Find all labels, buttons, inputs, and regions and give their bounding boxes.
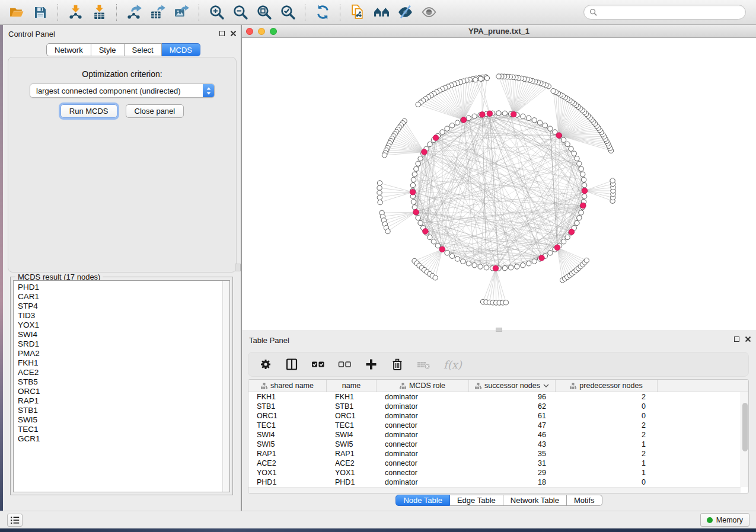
table-row[interactable]: SWI4 SWI4 dominator 46 2 [248,430,748,440]
column-header-successor-nodes[interactable]: successor nodes [469,380,556,392]
zoom-out-button[interactable] [228,2,252,23]
cell-shared-name[interactable]: YOX1 [248,468,327,477]
table-row[interactable]: PHD1 PHD1 dominator 18 0 [248,477,748,487]
first-neighbors-button[interactable] [369,2,393,23]
cell-predecessor-nodes[interactable]: 1 [556,440,658,449]
cell-successor-nodes[interactable]: 31 [469,459,556,468]
table-row[interactable]: ACE2 ACE2 connector 31 1 [248,459,748,468]
cell-shared-name[interactable]: STB1 [248,402,327,411]
deselect-all-columns-icon[interactable] [338,358,352,371]
cell-shared-name[interactable]: ORC1 [248,411,327,421]
table-row[interactable]: RAP1 RAP1 dominator 35 2 [248,449,748,459]
show-columns-icon[interactable] [285,358,298,371]
table-horizontal-scrollbar[interactable] [248,487,741,493]
cell-predecessor-nodes[interactable]: 2 [556,421,658,430]
import-table-button[interactable] [87,2,111,23]
mcds-result-item[interactable]: ACE2 [18,368,225,377]
mcds-result-item[interactable]: SWI5 [18,415,225,425]
tab-network[interactable]: Network [46,43,91,56]
mcds-result-item[interactable]: STP4 [18,302,225,311]
mcds-result-item[interactable]: STB1 [18,406,225,415]
mcds-result-item[interactable]: FKH1 [18,358,225,368]
cell-predecessor-nodes[interactable]: 0 [556,402,658,411]
cell-successor-nodes[interactable]: 35 [469,449,556,459]
cell-predecessor-nodes[interactable]: 1 [556,468,658,477]
cell-successor-nodes[interactable]: 43 [469,440,556,449]
cell-mcds-role[interactable]: connector [377,468,469,477]
tab-network-table[interactable]: Network Table [503,495,567,506]
float-table-panel-icon[interactable] [734,336,739,342]
cell-predecessor-nodes[interactable]: 0 [556,477,658,487]
mcds-result-item[interactable]: PMA2 [18,349,225,358]
network-window-titlebar[interactable]: YPA_prune.txt_1 [242,25,756,38]
cell-name[interactable]: TEC1 [327,421,377,430]
tab-mcds[interactable]: MCDS [162,43,200,56]
mcds-result-item[interactable]: SRD1 [18,339,225,349]
close-panel-icon[interactable] [230,30,237,37]
column-header-predecessor-nodes[interactable]: predecessor nodes [556,380,658,392]
mcds-result-item[interactable]: CAR1 [18,292,225,302]
clone-network-button[interactable] [346,2,369,23]
export-table-button[interactable] [146,2,170,23]
cell-mcds-role[interactable]: dominator [377,411,469,421]
column-header-mcds-role[interactable]: MCDS role [377,380,469,392]
cell-shared-name[interactable]: TEC1 [248,421,327,430]
vertical-splitter-handle[interactable] [235,264,241,271]
mcds-result-item[interactable]: GCR1 [18,434,225,444]
tab-motifs[interactable]: Motifs [567,495,602,506]
mcds-result-item[interactable]: SWI4 [18,330,225,339]
zoom-selected-button[interactable] [276,2,299,23]
optimization-criterion-select[interactable]: largest connected component (undirected) [30,84,215,98]
export-network-button[interactable] [122,2,146,23]
cell-shared-name[interactable]: SWI4 [248,430,327,440]
task-history-button[interactable] [7,514,23,527]
cell-mcds-role[interactable]: connector [377,421,469,430]
cell-predecessor-nodes[interactable]: 2 [556,449,658,459]
search-input[interactable] [600,8,740,17]
cell-predecessor-nodes[interactable]: 2 [556,430,658,440]
cell-successor-nodes[interactable]: 29 [469,468,556,477]
mcds-result-item[interactable]: RAP1 [18,396,225,406]
delete-trash-icon[interactable] [391,358,404,371]
mcds-result-item[interactable]: TID3 [18,311,225,321]
tab-select[interactable]: Select [125,43,162,56]
table-row[interactable]: SWI5 SWI5 connector 43 1 [248,440,748,449]
save-session-button[interactable] [28,2,52,23]
close-table-panel-icon[interactable] [745,336,751,342]
tab-edge-table[interactable]: Edge Table [450,495,503,506]
float-panel-icon[interactable] [219,31,225,36]
select-all-columns-icon[interactable] [311,358,325,371]
mcds-result-item[interactable]: YOX1 [18,321,225,330]
cell-name[interactable]: SWI5 [327,440,377,449]
table-vertical-scrollbar[interactable] [741,392,748,487]
run-mcds-button[interactable]: Run MCDS [60,104,117,118]
table-scrollbar-thumb[interactable] [742,403,748,451]
cell-predecessor-nodes[interactable]: 1 [556,459,658,468]
cell-successor-nodes[interactable]: 96 [469,392,556,402]
cell-shared-name[interactable]: FKH1 [248,392,327,402]
network-canvas[interactable] [242,38,756,330]
tab-style[interactable]: Style [91,43,125,56]
mcds-list-scrollbar[interactable] [222,281,229,492]
cell-predecessor-nodes[interactable]: 2 [556,392,658,402]
open-session-button[interactable] [5,2,28,23]
cell-mcds-role[interactable]: dominator [377,449,469,459]
zoom-in-button[interactable] [205,2,228,23]
show-all-button[interactable] [417,2,441,23]
network-graph[interactable] [242,38,756,330]
table-row[interactable]: FKH1 FKH1 dominator 96 2 [248,392,748,402]
import-network-button[interactable] [63,2,87,23]
cell-mcds-role[interactable]: dominator [377,477,469,487]
cell-shared-name[interactable]: SWI5 [248,440,327,449]
add-column-plus-icon[interactable] [365,358,378,371]
mcds-result-item[interactable]: STB5 [18,377,225,387]
mcds-result-list[interactable]: PHD1CAR1STP4TID3YOX1SWI4SRD1PMA2FKH1ACE2… [13,280,230,492]
search-field[interactable] [583,5,746,20]
zoom-fit-button[interactable] [252,2,276,23]
cell-mcds-role[interactable]: connector [377,459,469,468]
cell-name[interactable]: STB1 [327,402,377,411]
cell-name[interactable]: YOX1 [327,468,377,477]
mcds-result-item[interactable]: TEC1 [18,425,225,434]
cell-shared-name[interactable]: PHD1 [248,477,327,487]
column-header-shared-name[interactable]: shared name [248,380,327,392]
